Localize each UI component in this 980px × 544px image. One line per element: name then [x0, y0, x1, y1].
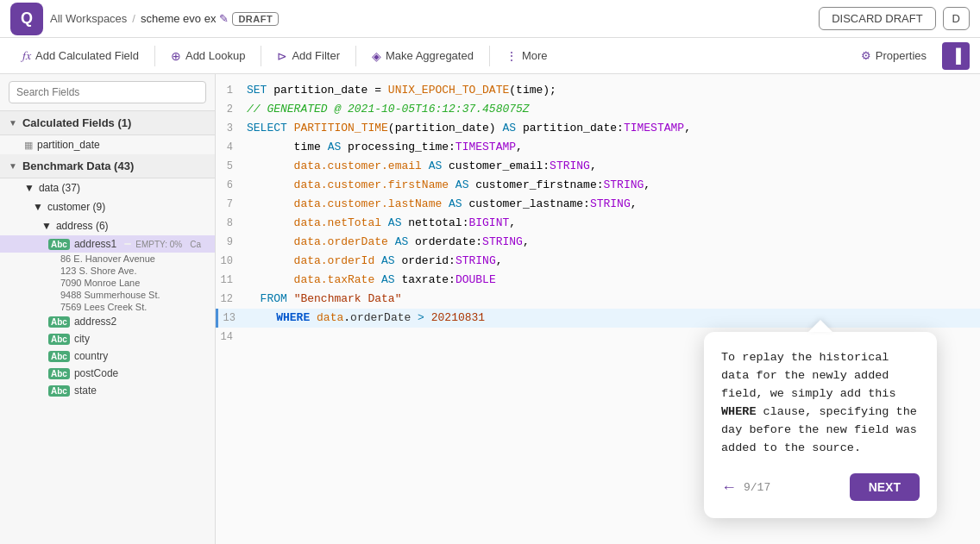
sidebar: ▼ Calculated Fields (1) ▦ partition_date…: [0, 74, 216, 544]
chevron-down-icon: ▼: [9, 118, 17, 128]
code-line-4: 4 time AS processing_time:TIMESTAMP,: [216, 138, 980, 157]
draft-badge: DRAFT: [232, 12, 279, 26]
toolbar: 𝑓𝑥 Add Calculated Field ⊕ Add Lookup ⊳ A…: [0, 38, 980, 74]
abc-badge-4: Abc: [48, 351, 70, 362]
address-item[interactable]: ▼ address (6): [0, 216, 215, 235]
toolbar-sep-4: [489, 46, 490, 66]
chevron-right-icon: ▼: [24, 182, 35, 194]
sample-1: 86 E. Hanover Avenue: [0, 253, 215, 265]
customer-item[interactable]: ▼ customer (9): [0, 197, 215, 216]
code-lines: 1 SET partition_date = UNIX_EPOCH_TO_DAT…: [216, 74, 980, 353]
fx-icon: 𝑓𝑥: [22, 48, 31, 63]
benchmark-data-section: ▼ Benchmark Data (43) ▼ data (37) ▼ cust…: [0, 154, 215, 399]
chevron-right-icon-2: ▼: [33, 201, 43, 213]
code-line-12: 12 FROM "Benchmark Data": [216, 290, 980, 309]
calculated-fields-section: ▼ Calculated Fields (1) ▦ partition_date: [0, 111, 215, 154]
chevron-down-icon-2: ▼: [9, 161, 17, 171]
tooltip-text: To replay the historical data for the ne…: [721, 349, 920, 458]
breadcrumb: All Workspaces / scheme evo ex ✎ DRAFT: [50, 12, 279, 26]
abc-badge-6: Abc: [48, 385, 70, 397]
code-line-1: 1 SET partition_date = UNIX_EPOCH_TO_DAT…: [216, 81, 980, 100]
more-button[interactable]: ⋮ More: [493, 44, 560, 68]
country-field[interactable]: Abc country: [0, 347, 215, 365]
sample-5: 7569 Lees Creek St.: [0, 301, 215, 313]
d-button[interactable]: D: [943, 7, 970, 30]
lookup-icon: ⊕: [171, 49, 181, 63]
code-line-9: 9 data.orderDate AS orderdate:STRING,: [216, 233, 980, 252]
tooltip-footer: ← 9/17 NEXT: [721, 473, 920, 501]
city-field[interactable]: Abc city: [0, 330, 215, 347]
main-layout: ▼ Calculated Fields (1) ▦ partition_date…: [0, 74, 980, 544]
add-calculated-field-button[interactable]: 𝑓𝑥 Add Calculated Field: [10, 43, 151, 68]
toolbar-sep-2: [261, 46, 261, 66]
address1-field[interactable]: Abc address1 EMPTY: 0% Ca: [0, 235, 215, 253]
sample-3: 7090 Monroe Lane: [0, 277, 215, 289]
abc-badge-3: Abc: [48, 334, 70, 345]
add-filter-button[interactable]: ⊳ Add Filter: [265, 44, 352, 68]
search-fields-container: [0, 74, 215, 111]
code-line-7: 7 data.customer.lastName AS customer_las…: [216, 195, 980, 214]
address2-field[interactable]: Abc address2: [0, 313, 215, 330]
add-lookup-button[interactable]: ⊕ Add Lookup: [159, 44, 257, 68]
code-line-8: 8 data.netTotal AS nettotal:BIGINT,: [216, 214, 980, 233]
aggregate-icon: ◈: [372, 49, 381, 63]
properties-button[interactable]: ⚙ Properties: [849, 44, 939, 67]
make-aggregated-button[interactable]: ◈ Make Aggregated: [360, 44, 486, 68]
app-logo[interactable]: Q: [10, 3, 43, 35]
discard-draft-button[interactable]: DISCARD DRAFT: [819, 7, 935, 30]
tooltip-arrow: [808, 320, 832, 332]
code-line-6: 6 data.customer.firstName AS customer_fi…: [216, 176, 980, 195]
code-line-11: 11 data.taxRate AS taxrate:DOUBLE: [216, 271, 980, 290]
abc-badge: Abc: [48, 239, 70, 250]
filter-icon: ⊳: [277, 49, 287, 63]
code-line-10: 10 data.orderId AS orderid:STRING,: [216, 252, 980, 271]
tooltip-back-button[interactable]: ←: [721, 478, 737, 497]
partition-date-item[interactable]: ▦ partition_date: [0, 135, 215, 154]
abc-badge-5: Abc: [48, 368, 70, 379]
chevron-right-icon-3: ▼: [41, 220, 52, 232]
top-bar: Q All Workspaces / scheme evo ex ✎ DRAFT…: [0, 0, 980, 38]
code-line-5: 5 data.customer.email AS customer_email:…: [216, 157, 980, 176]
code-editor[interactable]: 1 SET partition_date = UNIX_EPOCH_TO_DAT…: [216, 74, 980, 544]
abc-badge-2: Abc: [48, 316, 70, 328]
breadcrumb-sep: /: [132, 12, 135, 25]
code-line-3: 3 SELECT PARTITION_TIME(partition_date) …: [216, 119, 980, 138]
tooltip-next-button[interactable]: NEXT: [850, 473, 920, 501]
code-line-13: 13 WHERE data.orderDate > 20210831: [216, 309, 980, 328]
toolbar-sep-1: [154, 46, 155, 66]
toolbar-sep-3: [355, 46, 356, 66]
scheme-name: scheme evo ex ✎ DRAFT: [141, 12, 279, 26]
calculated-fields-header[interactable]: ▼ Calculated Fields (1): [0, 111, 215, 135]
sample-2: 123 S. Shore Ave.: [0, 265, 215, 277]
empty-badge: [124, 243, 131, 245]
gear-icon: ⚙: [861, 49, 871, 62]
more-icon: ⋮: [506, 49, 518, 63]
data-item[interactable]: ▼ data (37): [0, 178, 215, 197]
tooltip: To replay the historical data for the ne…: [704, 332, 937, 518]
edit-icon[interactable]: ✎: [219, 12, 229, 25]
breadcrumb-workspace[interactable]: All Workspaces: [50, 12, 127, 25]
app-logo-text: Q: [21, 9, 33, 28]
calendar-icon: ▦: [24, 140, 33, 151]
sample-4: 9488 Summerhouse St.: [0, 289, 215, 301]
search-input[interactable]: [9, 81, 206, 103]
toolbar-right-panel-toggle[interactable]: ▐: [942, 42, 970, 70]
sidebar-tree: ▼ Calculated Fields (1) ▦ partition_date…: [0, 111, 215, 544]
benchmark-data-header[interactable]: ▼ Benchmark Data (43): [0, 154, 215, 178]
state-field[interactable]: Abc state: [0, 382, 215, 399]
code-line-2: 2 // GENERATED @ 2021-10-05T16:12:37.458…: [216, 100, 980, 119]
postcode-field[interactable]: Abc postCode: [0, 365, 215, 382]
tooltip-page: 9/17: [744, 481, 843, 494]
panel-icon: ▐: [951, 48, 960, 64]
